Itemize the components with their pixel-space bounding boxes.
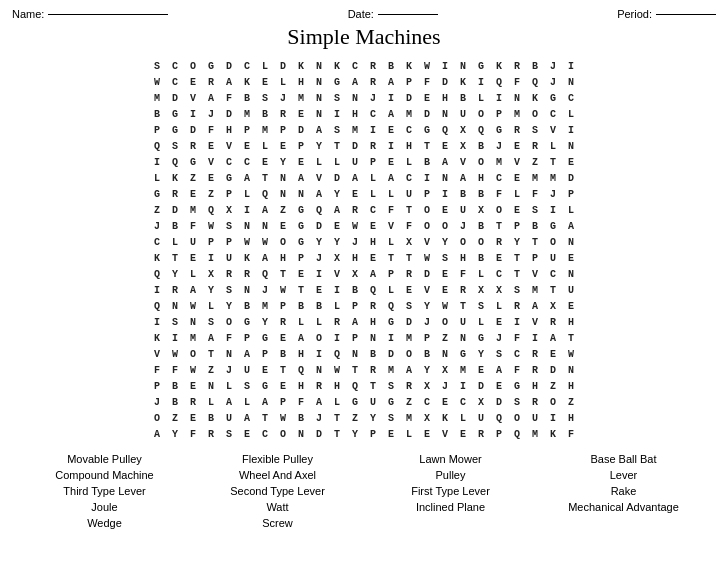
grid-cell-3-22: C	[544, 106, 562, 122]
grid-cell-21-2: R	[184, 394, 202, 410]
grid-cell-13-21: V	[526, 266, 544, 282]
grid-cell-10-11: W	[346, 218, 364, 234]
grid-cell-1-7: L	[274, 74, 292, 90]
grid-cell-18-18: Y	[472, 346, 490, 362]
grid-cell-23-11: Y	[346, 426, 364, 442]
grid-cell-6-3: V	[202, 154, 220, 170]
grid-cell-11-9: Y	[310, 234, 328, 250]
grid-cell-18-20: C	[508, 346, 526, 362]
word-list: Movable PulleyFlexible PulleyLawn MowerB…	[12, 452, 716, 530]
grid-cell-21-23: Z	[562, 394, 580, 410]
grid-cell-11-4: P	[220, 234, 238, 250]
grid-cell-21-12: U	[364, 394, 382, 410]
grid-cell-2-8: M	[292, 90, 310, 106]
grid-cell-0-9: N	[310, 58, 328, 74]
grid-cell-21-19: D	[490, 394, 508, 410]
word-item-18	[368, 516, 533, 530]
grid-cell-19-23: N	[562, 362, 580, 378]
grid-cell-22-9: J	[310, 410, 328, 426]
grid-cell-14-14: E	[400, 282, 418, 298]
grid-cell-21-5: L	[238, 394, 256, 410]
grid-cell-22-16: K	[436, 410, 454, 426]
grid-cell-16-0: I	[148, 314, 166, 330]
grid-cell-21-3: L	[202, 394, 220, 410]
grid-cell-17-23: T	[562, 330, 580, 346]
grid-cell-13-23: N	[562, 266, 580, 282]
grid-cell-1-21: Q	[526, 74, 544, 90]
grid-cell-10-8: G	[292, 218, 310, 234]
grid-cell-8-5: L	[238, 186, 256, 202]
grid-cell-15-10: L	[328, 298, 346, 314]
grid-cell-2-11: N	[346, 90, 364, 106]
grid-cell-0-5: C	[238, 58, 256, 74]
grid-cell-14-17: R	[454, 282, 472, 298]
grid-cell-11-6: W	[256, 234, 274, 250]
grid-cell-15-21: A	[526, 298, 544, 314]
grid-cell-2-19: I	[490, 90, 508, 106]
grid-cell-10-12: E	[364, 218, 382, 234]
grid-cell-11-16: Y	[436, 234, 454, 250]
grid-cell-11-11: J	[346, 234, 364, 250]
grid-cell-14-11: B	[346, 282, 364, 298]
grid-cell-17-9: O	[310, 330, 328, 346]
word-item-5: Wheel And Axel	[195, 468, 360, 482]
grid-cell-15-14: S	[400, 298, 418, 314]
grid-cell-19-0: F	[148, 362, 166, 378]
grid-cell-16-22: R	[544, 314, 562, 330]
grid-cell-19-18: E	[472, 362, 490, 378]
grid-cell-5-4: V	[220, 138, 238, 154]
grid-cell-13-3: X	[202, 266, 220, 282]
grid-cell-22-20: O	[508, 410, 526, 426]
grid-cell-14-3: Y	[202, 282, 220, 298]
grid-cell-8-18: B	[472, 186, 490, 202]
grid-cell-10-20: P	[508, 218, 526, 234]
grid-cell-4-19: G	[490, 122, 508, 138]
grid-cell-11-20: Y	[508, 234, 526, 250]
grid-cell-9-1: D	[166, 202, 184, 218]
grid-cell-6-18: O	[472, 154, 490, 170]
grid-cell-10-21: B	[526, 218, 544, 234]
grid-cell-2-17: B	[454, 90, 472, 106]
grid-cell-10-23: A	[562, 218, 580, 234]
grid-cell-0-2: O	[184, 58, 202, 74]
grid-cell-20-18: D	[472, 378, 490, 394]
grid-cell-18-17: G	[454, 346, 472, 362]
grid-cell-16-7: R	[274, 314, 292, 330]
grid-cell-17-18: G	[472, 330, 490, 346]
word-item-11: Rake	[541, 484, 706, 498]
grid-cell-20-11: Q	[346, 378, 364, 394]
grid-cell-5-13: I	[382, 138, 400, 154]
grid-cell-2-5: B	[238, 90, 256, 106]
word-item-1: Flexible Pulley	[195, 452, 360, 466]
grid-cell-1-9: N	[310, 74, 328, 90]
grid-cell-2-18: L	[472, 90, 490, 106]
grid-cell-21-17: C	[454, 394, 472, 410]
grid-row-14: IRAYSNJWTEIBQLEVERXXSMTU	[148, 282, 580, 298]
grid-cell-1-17: K	[454, 74, 472, 90]
grid-cell-15-13: Q	[382, 298, 400, 314]
word-item-17: Screw	[195, 516, 360, 530]
grid-row-8: GREZPLQNNAYELLUPIBBFLFJP	[148, 186, 580, 202]
grid-cell-3-17: U	[454, 106, 472, 122]
grid-cell-23-21: M	[526, 426, 544, 442]
grid-cell-16-13: G	[382, 314, 400, 330]
grid-cell-2-9: N	[310, 90, 328, 106]
grid-cell-16-14: D	[400, 314, 418, 330]
grid-cell-9-20: E	[508, 202, 526, 218]
grid-cell-18-21: R	[526, 346, 544, 362]
grid-cell-17-16: Z	[436, 330, 454, 346]
grid-cell-23-7: O	[274, 426, 292, 442]
grid-cell-13-20: T	[508, 266, 526, 282]
grid-row-2: MDVAFBSJMNSNJIDEHBLINKGC	[148, 90, 580, 106]
grid-cell-0-12: R	[364, 58, 382, 74]
grid-cell-3-7: R	[274, 106, 292, 122]
grid-cell-12-1: T	[166, 250, 184, 266]
grid-cell-12-16: S	[436, 250, 454, 266]
grid-cell-21-4: A	[220, 394, 238, 410]
grid-cell-19-10: W	[328, 362, 346, 378]
grid-cell-8-13: L	[382, 186, 400, 202]
grid-cell-1-4: A	[220, 74, 238, 90]
word-item-16: Wedge	[22, 516, 187, 530]
grid-cell-21-7: P	[274, 394, 292, 410]
grid-cell-19-8: Q	[292, 362, 310, 378]
